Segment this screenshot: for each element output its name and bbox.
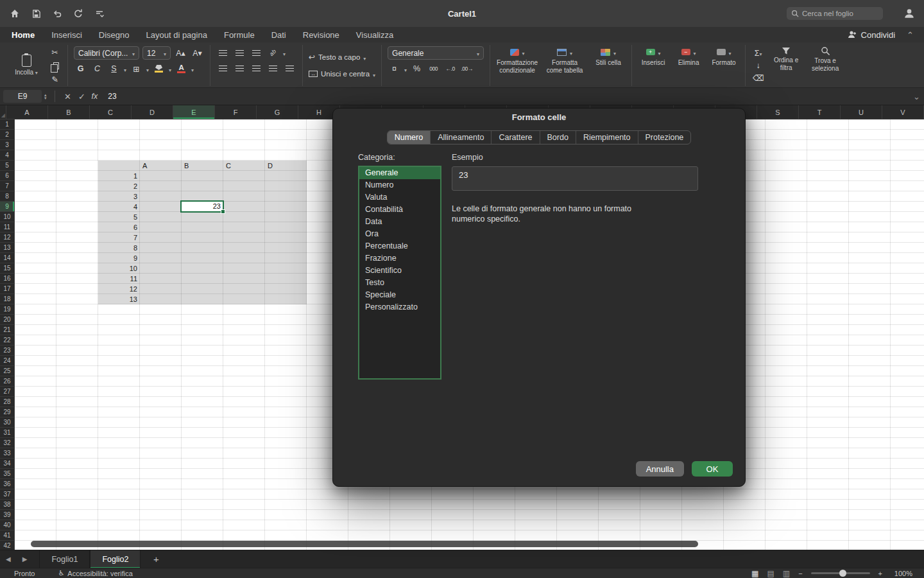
- column-header[interactable]: V: [882, 105, 924, 119]
- format-painter-button[interactable]: ✎: [48, 73, 62, 85]
- page-break-view-icon[interactable]: ▥: [783, 569, 790, 578]
- prev-sheet-icon[interactable]: ◀: [0, 556, 17, 563]
- redo-icon[interactable]: [73, 8, 84, 19]
- normal-view-icon[interactable]: ▦: [751, 569, 758, 578]
- sort-filter-button[interactable]: Ordina e filtra: [770, 46, 802, 85]
- dialog-tab[interactable]: Bordo: [540, 131, 576, 144]
- row-header[interactable]: 2: [0, 130, 15, 140]
- table-header-cell[interactable]: A: [140, 161, 182, 171]
- table-value-cell[interactable]: 4: [98, 202, 140, 212]
- delete-cells-button[interactable]: − Elimina: [674, 46, 703, 85]
- column-header[interactable]: B: [48, 105, 90, 119]
- dialog-tab[interactable]: Carattere: [492, 131, 540, 144]
- align-right-button[interactable]: [250, 62, 263, 74]
- format-cells-button[interactable]: Formato: [708, 46, 739, 85]
- sheet-tab[interactable]: Foglio1: [39, 550, 90, 568]
- row-header[interactable]: 8: [0, 191, 15, 202]
- dialog-tab[interactable]: Protezione: [638, 131, 691, 144]
- row-header[interactable]: 33: [0, 448, 15, 459]
- dialog-tab[interactable]: Allineamento: [431, 131, 492, 144]
- column-header[interactable]: S: [757, 105, 799, 119]
- zoom-slider[interactable]: [811, 572, 870, 574]
- active-cell[interactable]: 23: [180, 200, 224, 213]
- table-value-cell[interactable]: 11: [98, 274, 140, 284]
- category-item[interactable]: Personalizzato: [359, 301, 440, 313]
- row-header[interactable]: 9: [0, 202, 15, 212]
- row-header[interactable]: 20: [0, 315, 15, 325]
- zoom-slider-thumb[interactable]: [839, 570, 846, 577]
- page-layout-view-icon[interactable]: ▤: [767, 569, 774, 578]
- table-value-cell[interactable]: 10: [98, 263, 140, 274]
- row-header[interactable]: 41: [0, 530, 15, 541]
- borders-button[interactable]: ⊞: [130, 62, 143, 75]
- ribbon-tab[interactable]: Disegno: [99, 30, 130, 40]
- row-header[interactable]: 23: [0, 346, 15, 356]
- font-name-select[interactable]: Calibri (Corp...: [74, 46, 139, 60]
- name-box-spinner-icon[interactable]: [44, 93, 47, 100]
- row-header[interactable]: 39: [0, 510, 15, 520]
- align-center-button[interactable]: [233, 62, 246, 74]
- ribbon-tab[interactable]: Home: [12, 30, 35, 40]
- ribbon-tab[interactable]: Inserisci: [51, 30, 82, 40]
- table-value-cell[interactable]: 8: [98, 243, 140, 253]
- row-header[interactable]: 30: [0, 417, 15, 428]
- row-header[interactable]: 34: [0, 459, 15, 469]
- row-header[interactable]: 18: [0, 294, 15, 304]
- save-icon[interactable]: [30, 8, 42, 19]
- percent-format-button[interactable]: %: [410, 62, 424, 75]
- row-header[interactable]: 13: [0, 243, 15, 253]
- category-item[interactable]: Frazione: [359, 252, 440, 265]
- customize-toolbar-icon[interactable]: [94, 8, 105, 19]
- row-header[interactable]: 19: [0, 304, 15, 315]
- align-middle-button[interactable]: [233, 46, 246, 59]
- conditional-formatting-button[interactable]: Formattazione condizionale: [496, 46, 538, 85]
- decrease-decimal-button[interactable]: .00→: [460, 62, 474, 75]
- underline-button[interactable]: S: [107, 62, 121, 75]
- ok-button[interactable]: OK: [692, 461, 733, 477]
- formula-input[interactable]: 23: [108, 92, 116, 101]
- row-header[interactable]: 29: [0, 407, 15, 417]
- table-value-cell[interactable]: 6: [98, 222, 140, 232]
- table-value-cell[interactable]: 13: [98, 294, 140, 304]
- table-value-cell[interactable]: 3: [98, 191, 140, 202]
- increase-decimal-button[interactable]: ←.0: [443, 62, 457, 75]
- row-header[interactable]: 11: [0, 222, 15, 232]
- row-header[interactable]: 27: [0, 387, 15, 397]
- column-header[interactable]: T: [799, 105, 841, 119]
- row-header[interactable]: 26: [0, 376, 15, 387]
- column-header[interactable]: A: [6, 105, 48, 119]
- row-header[interactable]: 40: [0, 520, 15, 530]
- row-header[interactable]: 37: [0, 489, 15, 500]
- add-sheet-button[interactable]: +: [148, 554, 164, 565]
- merge-center-button[interactable]: ↔ Unisci e centra: [309, 68, 375, 80]
- row-header[interactable]: 6: [0, 171, 15, 181]
- next-sheet-icon[interactable]: ▶: [17, 556, 33, 563]
- dialog-tab[interactable]: Riempimento: [576, 131, 638, 144]
- category-item[interactable]: Scientifico: [359, 265, 440, 277]
- name-box[interactable]: E9: [3, 90, 42, 103]
- home-icon[interactable]: [9, 8, 21, 19]
- expand-formula-bar-icon[interactable]: [913, 91, 920, 102]
- cancel-entry-icon[interactable]: ✕: [61, 92, 75, 101]
- row-header[interactable]: 31: [0, 428, 15, 438]
- sheet-tab[interactable]: Foglio2: [90, 550, 141, 568]
- category-item[interactable]: Valuta: [359, 191, 440, 204]
- ribbon-tab[interactable]: Visualizza: [356, 30, 393, 40]
- category-item[interactable]: Speciale: [359, 289, 440, 301]
- row-header[interactable]: 3: [0, 140, 15, 150]
- table-value-cell[interactable]: 1: [98, 171, 140, 181]
- row-header[interactable]: 4: [0, 150, 15, 161]
- row-header[interactable]: 17: [0, 284, 15, 294]
- undo-icon[interactable]: [51, 8, 63, 19]
- decrease-indent-button[interactable]: [266, 62, 280, 74]
- cell-styles-button[interactable]: Stili cella: [591, 46, 626, 85]
- row-header[interactable]: 28: [0, 397, 15, 407]
- row-header[interactable]: 16: [0, 274, 15, 284]
- currency-format-button[interactable]: ¤: [388, 62, 401, 75]
- column-header[interactable]: U: [841, 105, 882, 119]
- orientation-button[interactable]: ab: [266, 46, 280, 59]
- row-header[interactable]: 1: [0, 119, 15, 130]
- italic-button[interactable]: C: [90, 62, 104, 75]
- find-select-button[interactable]: Trova e seleziona: [807, 46, 843, 85]
- accessibility-status[interactable]: ♿ Accessibilità: verifica: [58, 569, 132, 577]
